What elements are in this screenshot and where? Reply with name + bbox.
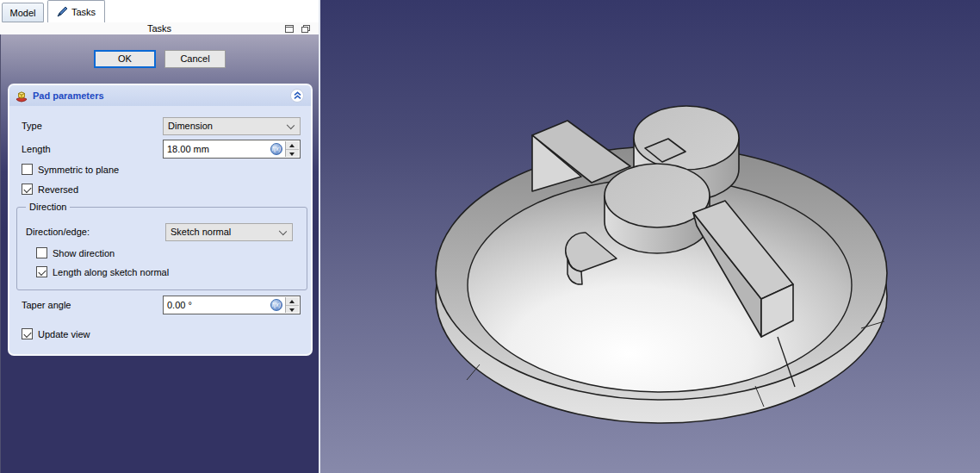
chevron-double-up-icon[interactable] — [290, 89, 304, 103]
type-combobox[interactable]: Dimension — [163, 117, 301, 135]
update-view-row[interactable]: Update view — [22, 328, 90, 339]
direction-edge-value: Sketch normal — [171, 227, 231, 237]
update-view-label: Update view — [38, 329, 90, 339]
taper-spinner — [285, 297, 299, 313]
chevron-down-icon — [287, 121, 295, 129]
length-label: Length — [22, 144, 51, 154]
tab-model-label: Model — [10, 8, 36, 18]
symmetric-checkbox[interactable] — [22, 164, 33, 175]
spin-down-icon[interactable] — [286, 305, 299, 314]
float-icon[interactable] — [301, 24, 311, 34]
taper-angle-value: 0.00 ° — [167, 300, 192, 310]
pencil-icon — [57, 6, 68, 17]
spin-down-icon[interactable] — [286, 149, 299, 158]
pad-parameters-dialog: Pad parameters Type Dimension Length — [8, 84, 313, 356]
update-view-checkbox[interactable] — [22, 328, 33, 339]
expression-icon[interactable]: f(x) — [270, 299, 282, 311]
tasks-dock-titlebar: Tasks — [0, 22, 319, 34]
combo-view-panel: Model Tasks Tasks OK Cancel — [0, 0, 319, 473]
direction-groupbox: Direction Direction/edge: Sketch normal … — [16, 207, 307, 290]
tab-tasks[interactable]: Tasks — [47, 0, 105, 22]
task-panel: OK Cancel Pad parameters — [0, 34, 319, 473]
chevron-down-icon — [279, 227, 287, 235]
type-label: Type — [22, 121, 42, 131]
length-value: 18.00 mm — [167, 144, 209, 154]
show-direction-row[interactable]: Show direction — [36, 247, 115, 258]
direction-group-label: Direction — [26, 202, 70, 212]
combo-view-tabbar: Model Tasks — [0, 0, 319, 22]
taper-angle-input[interactable]: 0.00 ° f(x) — [163, 296, 301, 314]
show-direction-checkbox[interactable] — [36, 247, 47, 258]
pad-icon — [15, 89, 28, 103]
freecad-window: Model Tasks Tasks OK Cancel — [0, 0, 980, 473]
expression-icon[interactable]: f(x) — [270, 143, 282, 155]
along-normal-label: Length along sketch normal — [53, 267, 169, 277]
along-normal-checkbox[interactable] — [36, 266, 47, 277]
dock-icon[interactable] — [284, 24, 295, 34]
pad-model[interactable] — [320, 0, 980, 473]
symmetric-checkbox-row[interactable]: Symmetric to plane — [22, 164, 119, 175]
tab-model[interactable]: Model — [2, 3, 44, 22]
show-direction-label: Show direction — [53, 248, 115, 258]
spin-up-icon[interactable] — [286, 141, 299, 149]
symmetric-label: Symmetric to plane — [38, 165, 119, 175]
3d-viewport[interactable] — [320, 0, 980, 473]
spin-up-icon[interactable] — [286, 297, 299, 305]
length-input[interactable]: 18.00 mm f(x) — [163, 140, 301, 159]
tab-tasks-label: Tasks — [71, 7, 96, 17]
center-cylinder-boss[interactable] — [605, 164, 710, 253]
reversed-label: Reversed — [38, 184, 78, 195]
tasks-dock-title: Tasks — [0, 22, 319, 34]
direction-edge-combobox[interactable]: Sketch normal — [165, 223, 293, 241]
reversed-checkbox-row[interactable]: Reversed — [22, 184, 78, 195]
cancel-button[interactable]: Cancel — [164, 50, 226, 68]
ok-button[interactable]: OK — [94, 50, 156, 68]
pad-parameters-title: Pad parameters — [33, 90, 104, 101]
taper-angle-label: Taper angle — [22, 300, 71, 310]
along-normal-row[interactable]: Length along sketch normal — [36, 266, 169, 277]
type-combobox-value: Dimension — [168, 121, 213, 131]
pad-parameters-header: Pad parameters — [9, 85, 311, 106]
reversed-checkbox[interactable] — [22, 184, 33, 195]
length-spinner — [285, 141, 299, 157]
direction-edge-label: Direction/edge: — [26, 227, 90, 237]
